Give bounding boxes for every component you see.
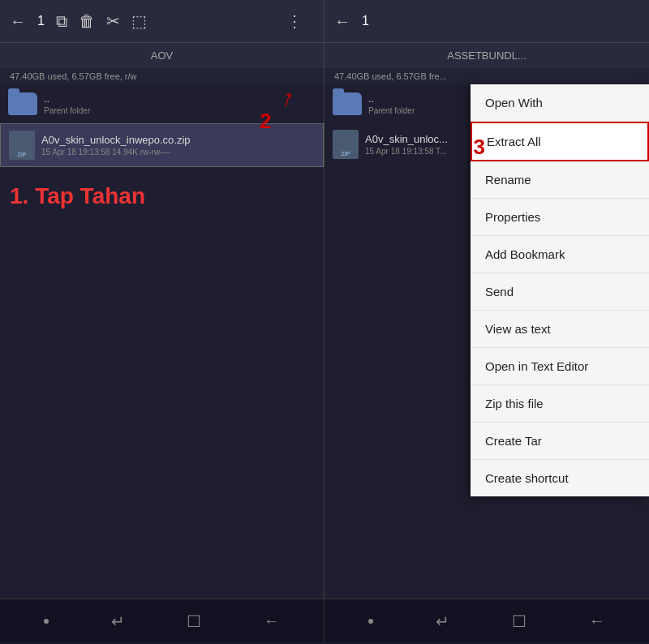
nav-dot-left (44, 619, 49, 624)
zip-file-icon (9, 131, 35, 160)
file-details: A0v_skin_unlock_inwepo.co.zip 15 Apr 18 … (41, 134, 315, 157)
toolbar-left: ← 1 ⧉ 🗑 ✂ ⬚ ⋮ (0, 0, 324, 42)
nav-return-right[interactable]: ↵ (436, 612, 449, 631)
nav-return-left[interactable]: ↵ (111, 612, 125, 631)
context-menu: Open With Extract All Rename Properties … (471, 84, 649, 496)
toolbar: ← 1 ⧉ 🗑 ✂ ⬚ ⋮ ← 1 (0, 0, 649, 42)
instruction-text: 1. Tap Tahan (0, 167, 324, 225)
more-icon[interactable]: ⋮ (286, 11, 303, 31)
menu-item-create-tar[interactable]: Create Tar (471, 423, 649, 460)
menu-item-send[interactable]: Send (471, 273, 649, 311)
bottom-navigation: ↵ ☐ ← ↵ ☐ ← (0, 599, 649, 642)
bottom-nav-left: ↵ ☐ ← (0, 599, 324, 642)
left-panel: .. Parent folder A0v_skin_unlock_inwepo.… (0, 84, 324, 599)
step3-annotation: 3 (474, 135, 485, 160)
nav-square-right[interactable]: ☐ (512, 612, 527, 631)
right-panel-header: ASSETBUNDL... (324, 42, 649, 68)
file-name: .. (44, 92, 316, 105)
file-meta: 15 Apr 18 19:13:58 14.94K rw-rw---- (41, 148, 315, 157)
file-details: .. Parent folder (44, 92, 316, 115)
cut-icon[interactable]: ✂ (106, 11, 120, 31)
selection-count-right: 1 (362, 14, 369, 28)
left-panel-header: AOV (0, 42, 324, 68)
list-item[interactable]: .. Parent folder (0, 84, 324, 123)
copy-icon[interactable]: ⧉ (56, 12, 67, 31)
back-button-right[interactable]: ← (334, 12, 350, 31)
zip-file-icon (333, 130, 359, 159)
storage-bar: 47.40GB used, 6.57GB free, r/w 47.40GB u… (0, 68, 649, 84)
list-item[interactable]: A0v_skin_unlock_inwepo.co.zip 15 Apr 18 … (0, 123, 324, 167)
menu-item-extract-all[interactable]: Extract All (471, 122, 649, 161)
file-name: A0v_skin_unlock_inwepo.co.zip (41, 134, 315, 146)
menu-item-rename[interactable]: Rename (471, 161, 649, 199)
step2-annotation: 2 (260, 109, 271, 134)
toolbar-right: ← 1 (324, 0, 649, 42)
menu-item-open-in-text-editor[interactable]: Open in Text Editor (471, 348, 649, 385)
menu-item-view-as-text[interactable]: View as text (471, 311, 649, 348)
folder-icon (8, 92, 37, 115)
delete-icon[interactable]: 🗑 (79, 12, 95, 31)
main-content: .. Parent folder A0v_skin_unlock_inwepo.… (0, 84, 649, 599)
bottom-nav-right: ↵ ☐ ← (324, 599, 649, 642)
nav-back-right[interactable]: ← (589, 612, 605, 630)
menu-item-zip-this-file[interactable]: Zip this file (471, 385, 649, 423)
selection-count-left: 1 (37, 14, 45, 28)
select-icon[interactable]: ⬚ (131, 11, 147, 31)
menu-item-add-bookmark[interactable]: Add Bookmark (471, 236, 649, 273)
back-button-left[interactable]: ← (10, 12, 26, 31)
nav-back-left[interactable]: ← (264, 612, 280, 630)
file-meta: Parent folder (44, 106, 316, 115)
menu-item-create-shortcut[interactable]: Create shortcut (471, 460, 649, 496)
nav-square-left[interactable]: ☐ (187, 612, 201, 631)
folder-icon (333, 92, 362, 115)
storage-info-right: 47.40GB used, 6.57GB fre... (324, 68, 649, 84)
storage-info-left: 47.40GB used, 6.57GB free, r/w (0, 68, 324, 84)
nav-dot-right (368, 619, 373, 624)
column-headers: AOV ASSETBUNDL... (0, 42, 649, 68)
right-panel-title: ASSETBUNDL... (447, 49, 527, 62)
menu-item-properties[interactable]: Properties (471, 199, 649, 236)
left-panel-title: AOV (151, 49, 173, 62)
menu-item-open-with[interactable]: Open With (471, 84, 649, 122)
